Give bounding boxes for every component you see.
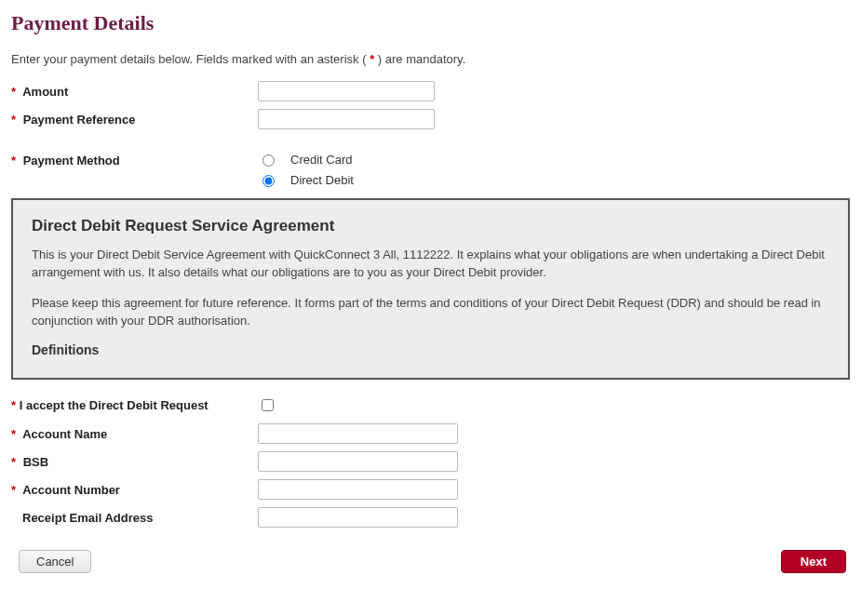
bsb-label: * BSB <box>11 451 258 469</box>
accept-dd-checkbox[interactable] <box>262 399 274 411</box>
receipt-email-input[interactable] <box>258 507 458 528</box>
amount-label: * Amount <box>11 81 258 99</box>
required-icon: * <box>11 154 16 167</box>
payment-reference-label-text: Payment Reference <box>23 113 136 127</box>
required-icon: * <box>11 113 16 127</box>
definitions-heading: Definitions <box>32 342 829 357</box>
asterisk-icon: * <box>370 52 374 66</box>
agreement-spacer <box>32 363 829 380</box>
cancel-button[interactable]: Cancel <box>19 550 91 573</box>
direct-debit-radio[interactable] <box>262 175 275 187</box>
required-icon: * <box>11 85 16 99</box>
payment-method-label-text: Payment Method <box>23 154 120 167</box>
intro-before: Enter your payment details below. Fields… <box>11 52 367 66</box>
payment-method-credit-card[interactable]: Credit Card <box>258 152 850 167</box>
account-name-input[interactable] <box>258 423 458 444</box>
agreement-heading: Direct Debit Request Service Agreement <box>32 217 829 235</box>
required-icon: * <box>11 483 16 497</box>
account-name-label-text: Account Name <box>22 427 107 441</box>
receipt-email-label: Receipt Email Address <box>11 507 258 525</box>
required-icon: * <box>11 398 16 412</box>
account-name-label: * Account Name <box>11 423 258 441</box>
payment-method-label: * Payment Method <box>11 150 258 167</box>
accept-dd-label: * I accept the Direct Debit Request <box>11 398 258 412</box>
credit-card-label: Credit Card <box>290 153 352 167</box>
account-number-label: * Account Number <box>11 479 258 497</box>
accept-dd-label-text: I accept the Direct Debit Request <box>20 398 209 412</box>
payment-method-direct-debit[interactable]: Direct Debit <box>258 172 850 187</box>
account-number-label-text: Account Number <box>22 483 120 497</box>
required-icon: * <box>11 427 16 441</box>
bsb-label-text: BSB <box>23 455 48 469</box>
payment-reference-label: * Payment Reference <box>11 109 258 127</box>
amount-label-text: Amount <box>22 85 68 99</box>
service-agreement-box[interactable]: Direct Debit Request Service Agreement T… <box>11 198 850 380</box>
direct-debit-label: Direct Debit <box>290 173 354 187</box>
next-button[interactable]: Next <box>781 550 846 573</box>
intro-after: ) are mandatory. <box>378 52 465 66</box>
agreement-paragraph-1: This is your Direct Debit Service Agreem… <box>32 247 829 282</box>
payment-reference-input[interactable] <box>258 109 435 129</box>
page-title: Payment Details <box>11 11 850 35</box>
agreement-paragraph-2: Please keep this agreement for future re… <box>32 295 829 330</box>
credit-card-radio[interactable] <box>262 154 275 167</box>
amount-input[interactable] <box>258 81 435 101</box>
receipt-email-label-text: Receipt Email Address <box>22 511 153 525</box>
bsb-input[interactable] <box>258 451 458 472</box>
account-number-input[interactable] <box>258 479 458 500</box>
required-icon: * <box>11 455 16 469</box>
intro-text: Enter your payment details below. Fields… <box>11 52 850 66</box>
